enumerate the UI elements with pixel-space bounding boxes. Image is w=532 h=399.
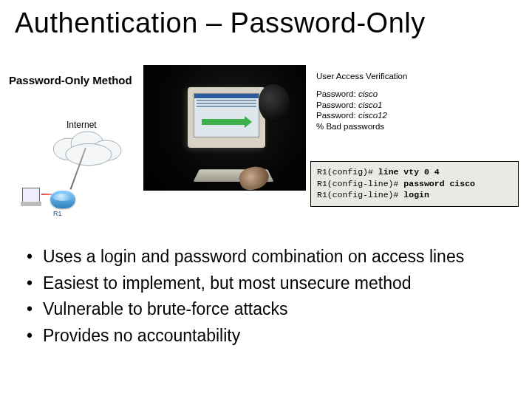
- code-line: R1(config-line)# login: [317, 190, 429, 200]
- config-code-block: R1(config)# line vty 0 4 R1(config-line)…: [310, 161, 519, 207]
- pc-icon: [22, 188, 40, 202]
- bullet-icon: •: [25, 323, 43, 349]
- hand-icon: [237, 163, 271, 191]
- lan-line-icon: [41, 194, 52, 195]
- password-attempt: Password: cisco: [316, 89, 407, 99]
- method-label: Password-Only Method: [9, 74, 132, 86]
- internet-label: Internet: [66, 120, 97, 130]
- terminal-header: User Access Verification: [316, 71, 407, 81]
- password-attempt: Password: cisco12: [316, 110, 407, 120]
- code-line: R1(config)# line vty 0 4: [317, 167, 440, 177]
- list-item: •Vulnerable to brute-force attacks: [25, 296, 510, 323]
- monitor-icon: [188, 87, 265, 148]
- password-attempt: Password: cisco1: [316, 100, 407, 110]
- slide-title: Authentication – Password-Only: [15, 7, 426, 39]
- bullet-icon: •: [25, 244, 43, 270]
- silhouette-head-icon: [259, 84, 290, 123]
- list-item: •Uses a login and password combination o…: [25, 244, 510, 270]
- network-diagram: Internet R1: [22, 96, 140, 214]
- bullet-list: •Uses a login and password combination o…: [25, 244, 510, 349]
- cloud-icon: [48, 129, 129, 167]
- hacker-illustration: [143, 65, 306, 191]
- slide: Authentication – Password-Only Password-…: [0, 0, 532, 399]
- bullet-icon: •: [25, 296, 43, 323]
- screen-icon: [194, 93, 259, 137]
- router-icon: [50, 191, 75, 208]
- terminal-output: User Access Verification Password: cisco…: [316, 71, 407, 132]
- bullet-icon: •: [25, 270, 43, 297]
- code-line: R1(config-line)# password cisco: [317, 179, 475, 188]
- svg-point-3: [66, 144, 112, 166]
- terminal-fail-msg: % Bad passwords: [316, 121, 407, 132]
- router-label: R1: [53, 210, 62, 217]
- list-item: •Provides no accountability: [25, 323, 510, 349]
- attack-arrow-icon: [202, 119, 246, 125]
- list-item: •Easiest to implement, but most unsecure…: [25, 270, 510, 297]
